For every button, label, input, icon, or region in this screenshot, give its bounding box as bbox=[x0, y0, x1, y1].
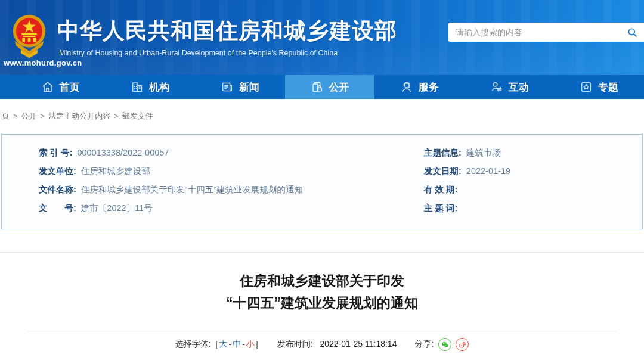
article-title: 住房和城乡建设部关于印发 “十四五”建筑业发展规划的通知 bbox=[0, 270, 644, 314]
mohurd-webpage: www.mohurd.gov.cn 中华人民共和国住房和城乡建设部 Minist… bbox=[0, 0, 644, 354]
share-icons bbox=[438, 338, 469, 351]
nav-item-organization[interactable]: 机构 bbox=[106, 75, 196, 99]
bracket-open: [ bbox=[216, 340, 218, 349]
article-title-line2: “十四五”建筑业发展规划的通知 bbox=[0, 292, 644, 314]
topics-icon bbox=[580, 80, 593, 94]
disclosure-icon bbox=[311, 80, 324, 94]
interaction-icon bbox=[490, 80, 503, 94]
meta-row-index-number: 索 引 号:000013338/2022-00057 bbox=[39, 147, 424, 158]
service-icon bbox=[400, 80, 413, 94]
article-toolbar: 选择字体: [ 大 - 中 - 小 ] 发布时间: 2022-01-25 11:… bbox=[0, 338, 644, 351]
weibo-share-icon[interactable] bbox=[456, 338, 469, 351]
font-select-label: 选择字体: bbox=[175, 339, 211, 350]
breadcrumb-home[interactable]: 首页 bbox=[0, 111, 10, 120]
nav-label: 服务 bbox=[419, 80, 439, 94]
site-url: www.mohurd.gov.cn bbox=[4, 58, 82, 67]
bracket-close: ] bbox=[256, 340, 258, 349]
wechat-share-icon[interactable] bbox=[438, 338, 451, 351]
nav-item-service[interactable]: 服务 bbox=[374, 75, 465, 99]
news-icon bbox=[221, 80, 234, 94]
meta-label: 有 效 期: bbox=[424, 185, 457, 194]
meta-value: 建筑市场 bbox=[466, 148, 501, 157]
nav-item-topics[interactable]: 专题 bbox=[554, 75, 644, 99]
font-size-selector: [ 大 - 中 - 小 ] bbox=[215, 339, 259, 350]
meta-row-keywords: 主 题 词: bbox=[424, 203, 642, 213]
nav-label: 公开 bbox=[329, 80, 349, 94]
meta-row-issue-date: 发文日期:2022-01-19 bbox=[424, 166, 642, 176]
publish-time-label: 发布时间: bbox=[277, 339, 313, 349]
china-national-emblem-icon bbox=[12, 13, 47, 60]
font-size-small-button[interactable]: 小 bbox=[246, 339, 255, 350]
nav-label: 首页 bbox=[60, 80, 80, 94]
meta-column-right: 主题信息:建筑市场 发文日期:2022-01-19 有 效 期: 主 题 词: bbox=[424, 147, 642, 229]
meta-label: 发文日期: bbox=[424, 166, 462, 176]
font-separator: - bbox=[228, 340, 231, 349]
publish-time-group: 发布时间: 2022-01-25 11:18:14 bbox=[277, 339, 397, 350]
organization-icon bbox=[131, 80, 144, 94]
meta-value: 住房和城乡建设部关于印发“十四五”建筑业发展规划的通知 bbox=[81, 185, 303, 194]
meta-row-document-number: 文 号:建市〔2022〕11号 bbox=[39, 203, 424, 213]
article-title-line1: 住房和城乡建设部关于印发 bbox=[0, 270, 644, 292]
home-icon bbox=[41, 80, 54, 94]
font-size-large-button[interactable]: 大 bbox=[219, 339, 227, 350]
nav-item-interaction[interactable]: 互动 bbox=[465, 75, 555, 99]
font-size-medium-button[interactable]: 中 bbox=[233, 339, 241, 350]
site-title: 中华人民共和国住房和城乡建设部 bbox=[57, 16, 397, 46]
meta-row-validity-period: 有 效 期: bbox=[424, 184, 642, 195]
nav-label: 互动 bbox=[509, 80, 529, 94]
breadcrumb: 首页>公开>法定主动公开内容>部发文件 bbox=[0, 99, 644, 134]
publish-time-value: 2022-01-25 11:18:14 bbox=[320, 339, 397, 349]
search-icon[interactable] bbox=[620, 23, 644, 42]
meta-label: 文件名称: bbox=[39, 185, 76, 194]
meta-label: 主 题 词: bbox=[424, 203, 457, 213]
nav-label: 机构 bbox=[149, 80, 169, 94]
nav-item-news[interactable]: 新闻 bbox=[195, 75, 285, 99]
site-header: www.mohurd.gov.cn 中华人民共和国住房和城乡建设部 Minist… bbox=[0, 0, 644, 75]
nav-item-disclosure[interactable]: 公开 bbox=[285, 75, 375, 99]
breadcrumb-disclosure[interactable]: 公开 bbox=[21, 111, 37, 120]
nav-item-home[interactable]: 首页 bbox=[0, 75, 106, 99]
title-divider bbox=[28, 331, 616, 331]
search-bar bbox=[448, 23, 644, 42]
meta-column-left: 索 引 号:000013338/2022-00057 发文单位:住房和城乡建设部… bbox=[2, 147, 424, 229]
meta-value: 2022-01-19 bbox=[466, 166, 510, 176]
meta-row-subject-info: 主题信息:建筑市场 bbox=[424, 147, 642, 158]
share-label: 分享: bbox=[414, 339, 434, 350]
breadcrumb-separator: > bbox=[114, 111, 119, 120]
meta-row-issuing-unit: 发文单位:住房和城乡建设部 bbox=[39, 166, 424, 176]
breadcrumb-separator: > bbox=[41, 111, 45, 120]
main-navigation: 首页 机构 新闻 bbox=[0, 75, 644, 99]
site-subtitle-english: Ministry of Housing and Urban-Rural Deve… bbox=[59, 49, 338, 57]
nav-label: 新闻 bbox=[239, 80, 259, 94]
nav-label: 专题 bbox=[598, 80, 618, 94]
breadcrumb-statutory-content[interactable]: 法定主动公开内容 bbox=[48, 111, 110, 120]
meta-label: 文 号: bbox=[39, 203, 76, 213]
meta-value: 000013338/2022-00057 bbox=[77, 148, 169, 157]
section-divider bbox=[0, 252, 644, 253]
meta-row-document-name: 文件名称:住房和城乡建设部关于印发“十四五”建筑业发展规划的通知 bbox=[39, 184, 424, 195]
meta-label: 主题信息: bbox=[424, 148, 462, 157]
search-input[interactable] bbox=[448, 23, 620, 42]
breadcrumb-separator: > bbox=[13, 111, 18, 120]
share-group: 分享: bbox=[414, 338, 469, 351]
font-separator: - bbox=[242, 340, 245, 349]
document-meta-panel: 索 引 号:000013338/2022-00057 发文单位:住房和城乡建设部… bbox=[1, 134, 643, 229]
meta-value: 建市〔2022〕11号 bbox=[81, 203, 153, 213]
meta-value: 住房和城乡建设部 bbox=[81, 166, 150, 176]
meta-label: 发文单位: bbox=[39, 166, 76, 176]
meta-label: 索 引 号: bbox=[39, 148, 72, 157]
breadcrumb-ministry-documents[interactable]: 部发文件 bbox=[122, 111, 153, 120]
